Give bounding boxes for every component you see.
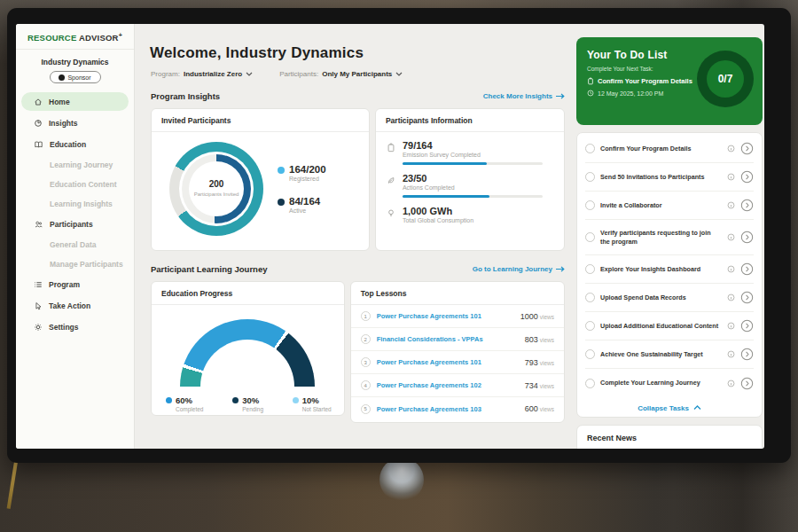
lesson-rank: 5 bbox=[361, 404, 371, 414]
chevron-right-circle-icon[interactable] bbox=[740, 170, 754, 184]
legend-pending: 30% Pending bbox=[232, 395, 263, 412]
task-checkbox[interactable] bbox=[585, 349, 595, 359]
program-filter-label: Program: bbox=[151, 70, 180, 78]
top-lessons-card: Top Lessons 1 Power Purchase Agreements … bbox=[350, 281, 565, 423]
sidebar-item-label: Home bbox=[49, 98, 70, 106]
stat-actions-completed: 23/50 Actions Completed bbox=[376, 165, 564, 198]
views-suffix: views bbox=[540, 383, 554, 389]
program-filter-dropdown[interactable]: Program: Industrialize Zero bbox=[151, 70, 253, 78]
todo-due-date: 12 May 2025, 12:00 PM bbox=[587, 90, 697, 97]
views-suffix: views bbox=[540, 337, 554, 343]
sidebar-item-settings[interactable]: Settings bbox=[21, 317, 129, 336]
task-row-achieve-sustainability-target[interactable]: Achieve One Sustainability Target bbox=[585, 340, 754, 369]
pending-dot-icon bbox=[232, 397, 239, 403]
task-row-explore-insights[interactable]: Explore Your Insights Dashboard bbox=[585, 255, 754, 284]
lesson-row[interactable]: 3 Power Purchase Agreements 101 793views bbox=[351, 351, 564, 374]
lesson-row[interactable]: 2 Financial Considerations - VPPAs 803vi… bbox=[351, 328, 564, 351]
task-checkbox[interactable] bbox=[585, 232, 595, 242]
task-row-verify-participants[interactable]: Verify participants requesting to join t… bbox=[585, 220, 754, 255]
task-checkbox[interactable] bbox=[585, 321, 595, 331]
chevron-right-circle-icon[interactable] bbox=[740, 262, 754, 276]
recent-news-heading: Recent News bbox=[587, 434, 752, 449]
chevron-right-circle-icon[interactable] bbox=[740, 319, 754, 332]
lesson-link[interactable]: Power Purchase Agreements 101 bbox=[377, 358, 517, 366]
completed-dot-icon bbox=[166, 397, 172, 403]
sidebar-item-insights[interactable]: Insights bbox=[21, 113, 129, 132]
lesson-link[interactable]: Power Purchase Agreements 101 bbox=[377, 312, 512, 320]
task-row-complete-learning-journey[interactable]: Complete Your Learning Journey bbox=[585, 369, 754, 397]
task-label: Complete Your Learning Journey bbox=[600, 379, 722, 387]
task-checkbox[interactable] bbox=[585, 172, 595, 182]
chevron-right-circle-icon[interactable] bbox=[740, 199, 754, 212]
task-checkbox[interactable] bbox=[585, 264, 595, 274]
collapse-label: Collapse Tasks bbox=[638, 404, 689, 412]
task-checkbox[interactable] bbox=[585, 379, 595, 388]
lesson-link[interactable]: Financial Considerations - VPPAs bbox=[377, 335, 517, 343]
insights-cards-row: Invited Participants 200 Participants In… bbox=[151, 108, 565, 251]
sidebar-item-education-content[interactable]: Education Content bbox=[21, 176, 129, 192]
info-icon bbox=[727, 379, 735, 387]
lesson-row[interactable]: 1 Power Purchase Agreements 101 1000view… bbox=[351, 305, 564, 328]
lesson-views: 1000 bbox=[520, 312, 538, 321]
lesson-views: 793 bbox=[525, 358, 538, 367]
todo-counter: 0/7 bbox=[707, 60, 744, 98]
sidebar-item-label: Program bbox=[49, 280, 80, 289]
task-row-upload-spend-data[interactable]: Upload Spend Data Records bbox=[585, 284, 754, 312]
sponsor-icon bbox=[59, 74, 65, 81]
chevron-down-icon bbox=[246, 72, 253, 76]
lesson-row[interactable]: 4 Power Purchase Agreements 102 734views bbox=[351, 374, 564, 397]
pending-label: Pending bbox=[242, 406, 263, 412]
todo-subtitle: Complete Your Next Task: bbox=[587, 66, 697, 72]
settings-gear-icon bbox=[34, 323, 43, 332]
participants-filter-dropdown[interactable]: Participants: Only My Participants bbox=[279, 70, 403, 78]
home-icon bbox=[34, 98, 43, 106]
chevron-right-circle-icon[interactable] bbox=[740, 231, 754, 244]
task-row-send-invitations[interactable]: Send 50 Invitations to Participants bbox=[585, 163, 754, 192]
sidebar-item-participants[interactable]: Participants bbox=[21, 215, 129, 233]
task-row-confirm-program[interactable]: Confirm Your Program Details bbox=[585, 135, 754, 163]
dashboard-screen: RESOURCE ADVISOR+ Industry Dynamics Spon… bbox=[16, 24, 764, 449]
sidebar-item-education[interactable]: Education bbox=[21, 135, 129, 153]
monitor-stand bbox=[379, 458, 424, 502]
actions-leaf-icon bbox=[387, 176, 395, 185]
sidebar-item-home[interactable]: Home bbox=[21, 92, 129, 111]
logo-secondary: ADVISOR bbox=[79, 33, 119, 43]
lesson-link[interactable]: Power Purchase Agreements 103 bbox=[377, 405, 517, 413]
chevron-right-circle-icon[interactable] bbox=[740, 377, 754, 390]
education-book-icon bbox=[34, 140, 43, 149]
link-label: Go to Learning Journey bbox=[473, 265, 552, 273]
chevron-right-circle-icon[interactable] bbox=[740, 142, 754, 155]
task-row-invite-collaborator[interactable]: Invite a Collaborator bbox=[585, 192, 754, 220]
task-checkbox[interactable] bbox=[585, 293, 595, 302]
sidebar-item-learning-insights[interactable]: Learning Insights bbox=[21, 195, 129, 212]
task-row-upload-educational-content[interactable]: Upload Additional Educational Content bbox=[585, 312, 754, 340]
views-suffix: views bbox=[540, 314, 554, 320]
stat-value: 1,000 GWh bbox=[403, 206, 473, 216]
sidebar-item-label: Insights bbox=[49, 119, 78, 128]
task-label: Upload Spend Data Records bbox=[600, 293, 722, 302]
lesson-link[interactable]: Power Purchase Agreements 102 bbox=[377, 381, 517, 389]
emission-progress-bar bbox=[403, 162, 543, 165]
lesson-rank: 2 bbox=[361, 334, 371, 344]
chevron-right-circle-icon[interactable] bbox=[740, 348, 754, 361]
sidebar-item-label: General Data bbox=[50, 240, 96, 249]
sidebar-item-manage-participants[interactable]: Manage Participants bbox=[21, 255, 129, 272]
task-checkbox[interactable] bbox=[585, 200, 595, 210]
registered-label: Registered bbox=[289, 176, 326, 182]
link-label: Check More Insights bbox=[483, 92, 552, 100]
task-checkbox[interactable] bbox=[585, 144, 595, 153]
completed-label: Completed bbox=[176, 406, 203, 412]
sidebar-item-learning-journey[interactable]: Learning Journey bbox=[21, 156, 129, 173]
sidebar-item-general-data[interactable]: General Data bbox=[21, 236, 129, 253]
sidebar-item-take-action[interactable]: Take Action bbox=[21, 296, 129, 315]
participants-filter-label: Participants: bbox=[279, 70, 318, 78]
pending-value: 30% bbox=[242, 395, 263, 405]
sponsor-badge[interactable]: Sponsor bbox=[50, 71, 101, 83]
sidebar-item-program[interactable]: Program bbox=[21, 275, 129, 293]
lesson-row[interactable]: 5 Power Purchase Agreements 103 600views bbox=[351, 397, 564, 420]
collapse-tasks-link[interactable]: Collapse Tasks bbox=[585, 397, 754, 419]
chevron-right-circle-icon[interactable] bbox=[740, 291, 754, 304]
check-more-insights-link[interactable]: Check More Insights bbox=[483, 92, 565, 100]
go-to-learning-journey-link[interactable]: Go to Learning Journey bbox=[473, 265, 565, 273]
donut-center-label: Participants Invited bbox=[194, 191, 239, 199]
